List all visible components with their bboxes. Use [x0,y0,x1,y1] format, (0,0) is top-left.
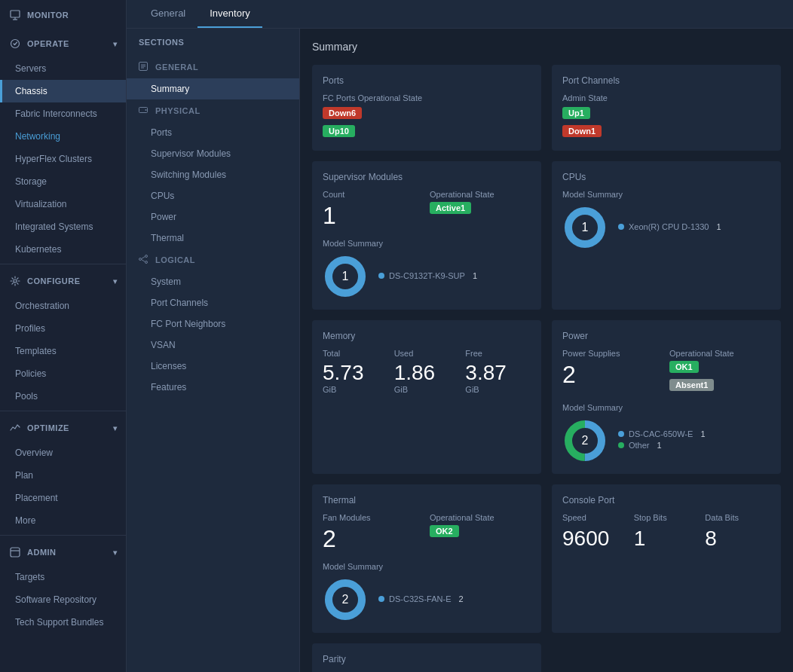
section-group-general: GENERAL [127,56,299,78]
sidebar-item-plan[interactable]: Plan [0,464,126,487]
thermal-legend-item: DS-C32S-FAN-E 2 [378,594,464,603]
supervisor-modules-card: Supervisor Modules Count 1 Operational S… [312,161,541,310]
ports-up-badge: Up 10 [323,125,355,137]
memory-total-unit: GiB [323,385,388,394]
cpus-donut-row: 1 Xeon(R) CPU D-1330 1 [562,205,770,250]
speed-value: 9600 [562,527,628,551]
sidebar-item-virtualization[interactable]: Virtualization [0,193,126,215]
logical-group-icon [139,255,149,265]
section-group-physical: PHYSICAL [127,99,299,122]
power-ok-badge: OK 1 [669,361,699,373]
sidebar-item-software-repo[interactable]: Software Repository [0,588,126,611]
monitor-icon [9,9,21,21]
sup-legend: DS-C9132T-K9-SUP 1 [378,271,477,283]
power-legend-dot-1 [618,431,624,437]
section-nav-fc-neighbors[interactable]: FC Port Neighbors [127,313,299,334]
thermal-card: Thermal Fan Modules 2 Operational State … [312,484,541,633]
sidebar-item-kubernetes[interactable]: Kubernetes [0,238,126,261]
section-nav-port-channels[interactable]: Port Channels [127,292,299,313]
sup-op-state-label: Operational State [430,190,531,199]
sidebar-item-templates[interactable]: Templates [0,340,126,362]
power-supplies-section: Power Supplies 2 [562,349,663,394]
fan-modules-section: Fan Modules 2 [323,513,424,553]
section-nav-vsan[interactable]: VSAN [127,334,299,356]
fan-count-value: 2 [323,525,424,553]
sup-donut: 1 [323,254,368,299]
physical-group-icon [139,105,149,116]
sidebar-item-more[interactable]: More [0,509,126,532]
console-data-bits: Data Bits 8 [705,513,770,551]
ports-card-title: Ports [323,75,531,86]
section-nav-thermal[interactable]: Thermal [127,228,299,249]
sup-op-state-section: Operational State Active 1 [430,190,531,230]
power-donut-row: 2 DS-CAC-650W-E 1 Other 1 [562,418,770,463]
section-nav-supervisor[interactable]: Supervisor Modules [127,143,299,164]
svg-rect-5 [11,548,20,557]
thermal-donut-row: 2 DS-C32S-FAN-E 2 [323,577,531,622]
memory-free-value: 3.87 [465,361,507,384]
section-nav-switching[interactable]: Switching Modules [127,164,299,185]
memory-title: Memory [323,331,531,341]
svg-point-4 [14,279,17,283]
sidebar-item-tech-support[interactable]: Tech Support Bundles [0,611,126,634]
sidebar-item-monitor[interactable]: MONITOR [0,0,126,30]
section-nav-system[interactable]: System [127,271,299,292]
power-absent-badge: Absent 1 [669,379,714,391]
sidebar-section-operate[interactable]: OPERATE ▾ [0,30,126,57]
sidebar-item-storage[interactable]: Storage [0,170,126,193]
section-nav-licenses[interactable]: Licenses [127,356,299,377]
sidebar-section-optimize[interactable]: OPTIMIZE ▾ [0,414,126,441]
tab-general[interactable]: General [139,0,197,28]
memory-free: Free 3.87 GiB [465,349,531,394]
summary-page-title: Summary [312,41,781,53]
cards-grid: Ports FC Ports Operational State Down 6 … [312,65,781,672]
sidebar-section-admin[interactable]: ADMIN ▾ [0,539,126,566]
sidebar-item-integrated[interactable]: Integrated Systems [0,215,126,238]
sidebar-item-targets[interactable]: Targets [0,566,126,588]
sidebar-item-chassis[interactable]: Chassis [0,80,126,102]
section-nav-ports[interactable]: Ports [127,122,299,143]
sidebar-item-policies[interactable]: Policies [0,362,126,385]
sidebar-item-servers[interactable]: Servers [0,57,126,80]
section-nav-cpus[interactable]: CPUs [127,185,299,206]
console-port-card: Console Port Speed 9600 Stop Bits 1 Data… [552,484,781,633]
sidebar-item-fabric[interactable]: Fabric Interconnects [0,102,126,125]
power-donut-label: 2 [582,434,589,447]
sidebar-item-networking[interactable]: Networking [0,125,126,148]
logical-group-label: LOGICAL [155,255,195,264]
sidebar-item-pools[interactable]: Pools [0,385,126,408]
general-group-icon [139,62,149,72]
operate-label: OPERATE [27,39,69,48]
sections-panel: Sections GENERAL Summary PHYSICAL Ports … [127,29,300,672]
cpus-card: CPUs Model Summary 1 [552,161,781,310]
sidebar-item-placement[interactable]: Placement [0,487,126,509]
sections-title: Sections [127,29,299,56]
sup-count-section: Count 1 [323,190,424,230]
sidebar-item-hyperflex[interactable]: HyperFlex Clusters [0,148,126,170]
stop-bits-value: 1 [634,527,700,551]
section-nav-features[interactable]: Features [127,377,299,398]
sidebar-item-orchestration[interactable]: Orchestration [0,295,126,317]
section-nav-summary[interactable]: Summary [127,78,299,99]
sidebar: MONITOR OPERATE ▾ Servers Chassis Fabric… [0,0,127,672]
configure-chevron: ▾ [113,277,118,286]
sup-active-badge: Active 1 [430,202,471,214]
admin-state-label: Admin State [562,93,770,102]
legend-dot [378,273,384,279]
section-nav-power[interactable]: Power [127,206,299,228]
sidebar-item-profiles[interactable]: Profiles [0,317,126,340]
sidebar-item-overview[interactable]: Overview [0,441,126,464]
admin-chevron: ▾ [113,548,118,557]
console-speed: Speed 9600 [562,513,628,551]
cpus-donut-label: 1 [582,221,589,234]
data-bits-value: 8 [705,527,770,551]
admin-label: ADMIN [27,548,57,557]
svg-point-15 [145,261,148,264]
sidebar-section-configure[interactable]: CONFIGURE ▾ [0,267,126,295]
thermal-model-label: Model Summary [323,562,531,571]
memory-grid: Total 5.73 GiB Used 1.86 GiB Free 3.87 [323,349,531,394]
tab-inventory[interactable]: Inventory [197,0,262,28]
power-supplies-value: 2 [562,361,663,389]
fan-modules-label: Fan Modules [323,513,424,522]
svg-point-13 [139,258,142,261]
